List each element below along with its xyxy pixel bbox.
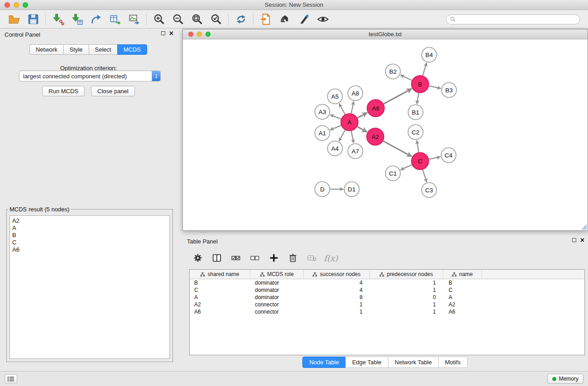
run-mcds-button[interactable]: Run MCDS bbox=[42, 86, 85, 96]
graph-node-C1[interactable]: C1 bbox=[386, 166, 401, 181]
graph-edge-B-B1[interactable] bbox=[417, 93, 419, 104]
tab-style[interactable]: Style bbox=[63, 44, 89, 55]
result-item[interactable]: A2 bbox=[12, 217, 167, 224]
graph-node-B[interactable]: B bbox=[411, 76, 429, 93]
graph-node-D[interactable]: D bbox=[315, 182, 330, 197]
tab-node-table[interactable]: Node Table bbox=[302, 357, 346, 368]
first-neighbors-button[interactable] bbox=[275, 12, 294, 27]
graph-edge-C-C3[interactable] bbox=[423, 170, 427, 182]
table-cell[interactable]: B bbox=[190, 279, 250, 286]
table-cell[interactable]: 1 bbox=[370, 308, 443, 315]
graph-node-D1[interactable]: D1 bbox=[344, 182, 359, 197]
graph-edge-C-C4[interactable] bbox=[429, 157, 440, 159]
graphics-details-button[interactable] bbox=[313, 12, 332, 27]
float-table-panel-icon[interactable] bbox=[572, 238, 576, 242]
graph-edge-A-A2[interactable] bbox=[357, 127, 367, 132]
graph-edge-B-B2[interactable] bbox=[401, 75, 412, 81]
graph-node-A6[interactable]: A6 bbox=[367, 100, 384, 117]
graph-edge-A6-B[interactable] bbox=[384, 89, 412, 104]
graph-edge-A-A5[interactable] bbox=[339, 104, 345, 114]
float-panel-icon[interactable] bbox=[161, 31, 165, 35]
graph-node-B1[interactable]: B1 bbox=[408, 105, 423, 120]
table-cell[interactable]: 1 bbox=[370, 301, 443, 308]
tab-mcds[interactable]: MCDS bbox=[117, 44, 147, 55]
table-cell[interactable]: A bbox=[443, 294, 482, 301]
column-header-shared-name[interactable]: shared name bbox=[190, 270, 250, 279]
select-all-rows-button[interactable] bbox=[227, 251, 244, 265]
table-cell[interactable]: connector bbox=[250, 301, 304, 308]
table-cell[interactable]: dominator bbox=[250, 279, 304, 286]
annotation-button[interactable] bbox=[294, 12, 313, 27]
graph-node-C[interactable]: C bbox=[411, 152, 429, 170]
export-network-button[interactable] bbox=[86, 12, 105, 27]
column-header-MCDS-role[interactable]: MCDS role bbox=[250, 270, 304, 279]
table-cell[interactable]: 4 bbox=[304, 286, 370, 294]
tab-motifs[interactable]: Motifs bbox=[438, 357, 468, 368]
clear-table-button[interactable] bbox=[303, 251, 320, 265]
graph-node-A3[interactable]: A3 bbox=[315, 105, 330, 119]
zoom-fit-button[interactable] bbox=[187, 12, 206, 27]
close-table-panel-icon[interactable]: × bbox=[580, 238, 584, 243]
tab-network[interactable]: Network bbox=[29, 44, 64, 55]
table-cell[interactable]: C bbox=[443, 286, 482, 294]
table-cell[interactable]: 0 bbox=[370, 294, 443, 301]
create-column-button[interactable] bbox=[265, 251, 282, 265]
tab-edge-table[interactable]: Edge Table bbox=[345, 357, 388, 368]
tab-network-table[interactable]: Network Table bbox=[388, 357, 439, 368]
export-table-button[interactable] bbox=[105, 12, 124, 27]
table-cell[interactable]: connector bbox=[250, 308, 304, 315]
graph-node-C3[interactable]: C3 bbox=[422, 183, 437, 198]
show-columns-button[interactable] bbox=[208, 251, 225, 265]
task-history-button[interactable] bbox=[5, 374, 17, 383]
table-cell[interactable]: 8 bbox=[304, 294, 370, 301]
table-cell[interactable]: 1 bbox=[370, 286, 443, 294]
table-cell[interactable]: A6 bbox=[190, 308, 250, 315]
table-cell[interactable]: B bbox=[443, 279, 482, 286]
save-session-button[interactable] bbox=[24, 12, 43, 27]
result-item[interactable]: A6 bbox=[12, 246, 167, 253]
table-cell[interactable]: C bbox=[190, 286, 250, 294]
open-session-button[interactable] bbox=[5, 12, 24, 27]
close-panel-icon[interactable]: × bbox=[169, 31, 173, 36]
graph-node-B3[interactable]: B3 bbox=[442, 83, 457, 98]
memory-button[interactable]: Memory bbox=[547, 374, 583, 384]
export-image-button[interactable] bbox=[124, 12, 143, 27]
graph-node-C4[interactable]: C4 bbox=[441, 148, 456, 163]
zoom-out-button[interactable] bbox=[168, 12, 187, 27]
table-row[interactable]: A6connector11A6 bbox=[190, 308, 584, 315]
column-header-name[interactable]: name bbox=[443, 270, 482, 279]
table-cell[interactable]: 4 bbox=[304, 279, 370, 286]
table-row[interactable]: Adominator80A bbox=[190, 294, 584, 301]
resize-grip-icon[interactable] bbox=[581, 224, 587, 230]
import-network-button[interactable] bbox=[48, 12, 67, 27]
import-network-url-button[interactable] bbox=[256, 12, 275, 27]
graph-edge-B-B4[interactable] bbox=[423, 63, 427, 76]
zoom-selected-button[interactable] bbox=[206, 12, 225, 27]
close-panel-button[interactable]: Close panel bbox=[91, 86, 135, 96]
tab-select[interactable]: Select bbox=[89, 44, 118, 55]
graph-node-A4[interactable]: A4 bbox=[328, 141, 343, 156]
graph-edge-A-A6[interactable] bbox=[358, 113, 368, 118]
graph-node-A8[interactable]: A8 bbox=[348, 86, 363, 101]
criterion-dropdown[interactable]: largest connected component (directed) ▲… bbox=[19, 71, 161, 81]
panel-splitter-handle[interactable] bbox=[200, 232, 206, 234]
result-item[interactable]: C bbox=[12, 239, 167, 246]
graph-edge-B-B3[interactable] bbox=[429, 86, 441, 88]
search-box[interactable] bbox=[446, 14, 580, 24]
table-settings-button[interactable] bbox=[189, 251, 206, 265]
graph-edge-A2-C[interactable] bbox=[383, 141, 412, 157]
apply-layout-button[interactable] bbox=[231, 12, 250, 27]
result-item[interactable]: A bbox=[12, 224, 167, 232]
table-cell[interactable]: A2 bbox=[443, 301, 482, 308]
table-row[interactable]: Bdominator41B bbox=[190, 279, 584, 286]
table-row[interactable]: Cdominator41C bbox=[190, 286, 584, 294]
delete-column-button[interactable] bbox=[284, 251, 301, 265]
column-header-predecessor-nodes[interactable]: predecessor nodes bbox=[370, 270, 443, 279]
function-builder-button[interactable]: f(x) bbox=[322, 251, 339, 265]
zoom-in-button[interactable] bbox=[149, 12, 168, 27]
table-cell[interactable]: dominator bbox=[250, 294, 304, 301]
table-row[interactable]: A2connector11A2 bbox=[190, 301, 584, 308]
graph-edge-C-C2[interactable] bbox=[417, 140, 419, 152]
graph-node-B4[interactable]: B4 bbox=[422, 48, 437, 62]
table-cell[interactable]: dominator bbox=[250, 286, 304, 294]
